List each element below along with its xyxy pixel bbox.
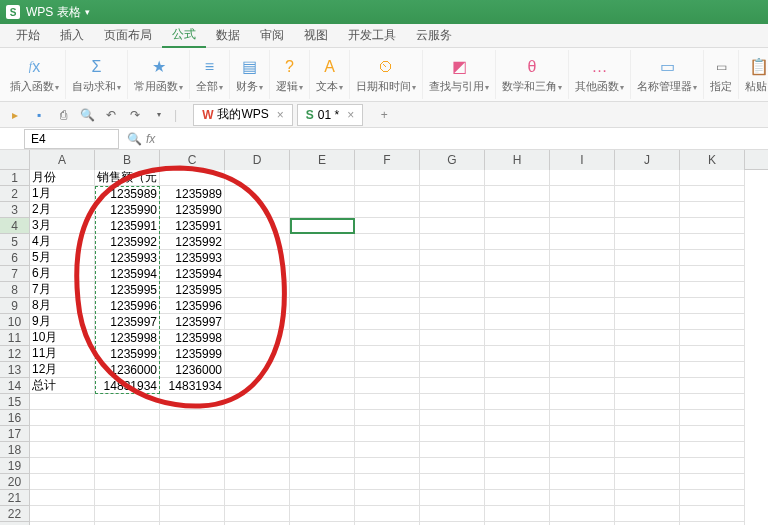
row-header-10[interactable]: 10	[0, 314, 30, 330]
cell-H7[interactable]	[485, 266, 550, 282]
cell-H6[interactable]	[485, 250, 550, 266]
cell-F10[interactable]	[355, 314, 420, 330]
cell-F8[interactable]	[355, 282, 420, 298]
cell-J8[interactable]	[615, 282, 680, 298]
cell-K1[interactable]	[680, 170, 745, 186]
menu-tab-7[interactable]: 开发工具	[338, 24, 406, 48]
cell-D13[interactable]	[225, 362, 290, 378]
close-icon[interactable]: ×	[347, 108, 354, 122]
cell-A5[interactable]: 4月	[30, 234, 95, 250]
row-header-1[interactable]: 1	[0, 170, 30, 186]
cell-A1[interactable]: 月份	[30, 170, 95, 186]
cell-I13[interactable]	[550, 362, 615, 378]
row-header-19[interactable]: 19	[0, 458, 30, 474]
row-header-17[interactable]: 17	[0, 426, 30, 442]
cell-F2[interactable]	[355, 186, 420, 202]
cell-E1[interactable]	[290, 170, 355, 186]
dropdown-icon[interactable]: ▾	[150, 106, 168, 124]
cell-B17[interactable]	[95, 426, 160, 442]
cell-H8[interactable]	[485, 282, 550, 298]
open-icon[interactable]: ▸	[6, 106, 24, 124]
cell-E6[interactable]	[290, 250, 355, 266]
cell-F20[interactable]	[355, 474, 420, 490]
cell-I11[interactable]	[550, 330, 615, 346]
cell-B20[interactable]	[95, 474, 160, 490]
auto-sum-button[interactable]: Σ自动求和▾	[66, 50, 128, 99]
cell-J14[interactable]	[615, 378, 680, 394]
cell-D20[interactable]	[225, 474, 290, 490]
cell-B18[interactable]	[95, 442, 160, 458]
cell-B14[interactable]: 14831934	[95, 378, 160, 394]
cell-F13[interactable]	[355, 362, 420, 378]
other-functions-button[interactable]: …其他函数▾	[569, 50, 631, 99]
cell-G6[interactable]	[420, 250, 485, 266]
cell-G18[interactable]	[420, 442, 485, 458]
cell-K13[interactable]	[680, 362, 745, 378]
cell-G1[interactable]	[420, 170, 485, 186]
menu-tab-6[interactable]: 视图	[294, 24, 338, 48]
cell-C5[interactable]: 1235992	[160, 234, 225, 250]
cell-B6[interactable]: 1235993	[95, 250, 160, 266]
menu-tab-0[interactable]: 开始	[6, 24, 50, 48]
cell-E19[interactable]	[290, 458, 355, 474]
cell-G14[interactable]	[420, 378, 485, 394]
cell-E4[interactable]	[290, 218, 355, 234]
cell-F14[interactable]	[355, 378, 420, 394]
cell-I20[interactable]	[550, 474, 615, 490]
row-header-14[interactable]: 14	[0, 378, 30, 394]
cell-F19[interactable]	[355, 458, 420, 474]
cell-K12[interactable]	[680, 346, 745, 362]
save-icon[interactable]: ▪	[30, 106, 48, 124]
cell-I8[interactable]	[550, 282, 615, 298]
cell-I7[interactable]	[550, 266, 615, 282]
cell-J15[interactable]	[615, 394, 680, 410]
cell-K10[interactable]	[680, 314, 745, 330]
col-header-A[interactable]: A	[30, 150, 95, 170]
cell-D2[interactable]	[225, 186, 290, 202]
col-header-H[interactable]: H	[485, 150, 550, 170]
cell-D9[interactable]	[225, 298, 290, 314]
cell-F22[interactable]	[355, 506, 420, 522]
cell-J6[interactable]	[615, 250, 680, 266]
cell-G9[interactable]	[420, 298, 485, 314]
cell-E7[interactable]	[290, 266, 355, 282]
row-header-5[interactable]: 5	[0, 234, 30, 250]
cell-I2[interactable]	[550, 186, 615, 202]
cell-C10[interactable]: 1235997	[160, 314, 225, 330]
cell-J13[interactable]	[615, 362, 680, 378]
cell-K5[interactable]	[680, 234, 745, 250]
cell-E16[interactable]	[290, 410, 355, 426]
row-header-8[interactable]: 8	[0, 282, 30, 298]
cell-A21[interactable]	[30, 490, 95, 506]
cell-G20[interactable]	[420, 474, 485, 490]
cell-B9[interactable]: 1235996	[95, 298, 160, 314]
cell-K7[interactable]	[680, 266, 745, 282]
cell-D4[interactable]	[225, 218, 290, 234]
cell-J10[interactable]	[615, 314, 680, 330]
cell-K18[interactable]	[680, 442, 745, 458]
cell-B3[interactable]: 1235990	[95, 202, 160, 218]
cell-B5[interactable]: 1235992	[95, 234, 160, 250]
cell-A7[interactable]: 6月	[30, 266, 95, 282]
cell-C1[interactable]	[160, 170, 225, 186]
cell-C20[interactable]	[160, 474, 225, 490]
cell-A9[interactable]: 8月	[30, 298, 95, 314]
cell-A4[interactable]: 3月	[30, 218, 95, 234]
cell-I22[interactable]	[550, 506, 615, 522]
cell-F15[interactable]	[355, 394, 420, 410]
cell-C16[interactable]	[160, 410, 225, 426]
cell-K15[interactable]	[680, 394, 745, 410]
cell-K8[interactable]	[680, 282, 745, 298]
cell-D8[interactable]	[225, 282, 290, 298]
cell-K19[interactable]	[680, 458, 745, 474]
cell-K6[interactable]	[680, 250, 745, 266]
cell-J5[interactable]	[615, 234, 680, 250]
cell-A2[interactable]: 1月	[30, 186, 95, 202]
cell-A18[interactable]	[30, 442, 95, 458]
cell-J21[interactable]	[615, 490, 680, 506]
row-header-3[interactable]: 3	[0, 202, 30, 218]
cell-B12[interactable]: 1235999	[95, 346, 160, 362]
cell-D12[interactable]	[225, 346, 290, 362]
cell-I14[interactable]	[550, 378, 615, 394]
redo-icon[interactable]: ↷	[126, 106, 144, 124]
